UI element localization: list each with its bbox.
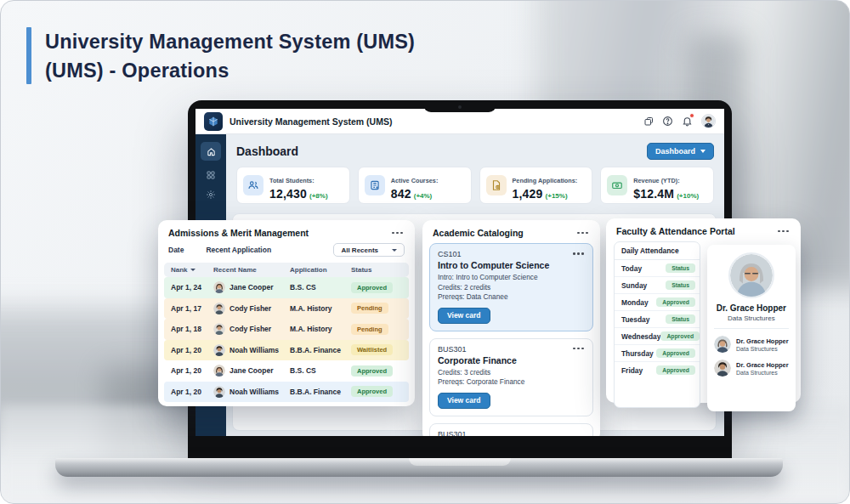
status-badge: Approved bbox=[660, 331, 700, 341]
status-badge: Pending bbox=[351, 324, 388, 335]
sidebar-item-apps[interactable] bbox=[206, 170, 216, 180]
view-card-button[interactable]: View card bbox=[438, 393, 490, 409]
table-row[interactable]: Apr 1, 20 Jane Cooper B.S. CS Approved bbox=[164, 360, 409, 382]
gear-icon bbox=[206, 190, 216, 200]
table-row[interactable]: Apr 1, 20 Noah Williams B.B.A. Finance A… bbox=[164, 382, 409, 403]
applications-table: Nank Recent Name Application Status Apr … bbox=[164, 263, 409, 402]
sidebar-item-settings[interactable] bbox=[206, 190, 216, 200]
app-logo[interactable] bbox=[204, 112, 223, 131]
recents-dropdown-value: All Recents bbox=[341, 246, 378, 254]
column-header-rank[interactable]: Nank bbox=[171, 266, 213, 274]
view-card-button[interactable]: View card bbox=[438, 308, 490, 324]
table-row[interactable]: Apr 1, 24 Jane Cooper B.S. CS Approved bbox=[164, 277, 409, 298]
stat-label: Total Students: bbox=[269, 177, 314, 184]
dashboard-dropdown-button[interactable]: Dashboard bbox=[647, 143, 714, 160]
avatar bbox=[213, 323, 225, 335]
cell-application: M.A. History bbox=[290, 325, 351, 333]
home-icon bbox=[207, 147, 216, 156]
status-badge: Approved bbox=[351, 365, 393, 377]
user-avatar[interactable] bbox=[701, 114, 716, 128]
day-label: Sunday bbox=[621, 281, 647, 290]
avatar bbox=[213, 365, 225, 377]
filter-label-recent-application: Recent Application bbox=[206, 246, 271, 254]
day-label: Tuesday bbox=[621, 315, 649, 324]
table-row[interactable]: Apr 1, 17 Cody Fisher M.A. History Pendi… bbox=[164, 298, 409, 320]
table-row[interactable]: Apr 1, 20 Noah Williams B.B.A. Finance W… bbox=[164, 340, 409, 361]
page-title-line1: University Management System (UMS) bbox=[45, 27, 415, 56]
admissions-panel: Admissions & Merit Management Date Recen… bbox=[158, 220, 415, 406]
column-header-application: Application bbox=[290, 266, 351, 274]
daily-attendance-box: Daily Attendance Today Status Sunday Sta… bbox=[614, 241, 700, 408]
attendance-row[interactable]: Wednesday Approved bbox=[615, 328, 700, 345]
cell-application: B.B.A. Finance bbox=[290, 388, 351, 396]
avatar bbox=[714, 360, 731, 377]
logo-cube-icon bbox=[207, 116, 219, 127]
help-icon[interactable] bbox=[662, 116, 673, 127]
stat-value: $12.4M bbox=[633, 187, 674, 201]
camera-notch bbox=[423, 100, 496, 112]
attendance-row[interactable]: Thursday Approved bbox=[615, 345, 700, 362]
document-clock-icon bbox=[486, 175, 507, 195]
page-title: University Management System (UMS) (UMS)… bbox=[45, 27, 415, 85]
attendance-header: Daily Attendance bbox=[615, 242, 700, 260]
course-card[interactable]: BUS301 Corporate Finance Credits: 3 cred… bbox=[429, 338, 593, 416]
avatar bbox=[714, 336, 731, 353]
more-options-button[interactable] bbox=[575, 230, 590, 236]
cell-name: Cody Fisher bbox=[230, 325, 271, 333]
stat-value: 12,430 bbox=[269, 187, 307, 201]
faculty-body: Daily Attendance Today Status Sunday Sta… bbox=[606, 241, 801, 416]
attendance-row[interactable]: Today Status bbox=[615, 260, 700, 277]
stat-card-active-courses[interactable]: Active Courses: 842 (+4%) bbox=[358, 167, 472, 204]
dashboard-title: Dashboard bbox=[236, 144, 298, 158]
stat-delta: (+15%) bbox=[546, 192, 568, 200]
stat-card-pending-applications[interactable]: Pending Applications: 1,429 (+15%) bbox=[479, 167, 593, 204]
stat-delta: (+8%) bbox=[309, 192, 328, 200]
cell-date: Apr 1, 20 bbox=[171, 366, 213, 375]
faculty-profile-card[interactable]: Dr. Grace Hopper Data Structures Dr. Gra… bbox=[707, 245, 796, 411]
stat-card-revenue[interactable]: Revenue (YTD): $12.4M (+10%) bbox=[600, 167, 714, 204]
laptop-lid-notch bbox=[409, 458, 511, 466]
catalog-panel: Academic Cataloging CS101 Intro to Compu… bbox=[422, 220, 600, 442]
column-header-name: Recent Name bbox=[213, 266, 290, 274]
faculty-name: Dr. Grace Hopper bbox=[736, 361, 789, 369]
avatar bbox=[213, 344, 225, 356]
table-row[interactable]: Apr 1, 18 Cody Fisher M.A. History Pendi… bbox=[164, 319, 409, 340]
divider bbox=[714, 328, 789, 329]
more-options-button[interactable] bbox=[571, 346, 586, 352]
faculty-panel: Faculty & Attendance Portal Daily Attend… bbox=[606, 218, 801, 403]
more-options-button[interactable] bbox=[776, 229, 790, 235]
more-options-button[interactable] bbox=[390, 230, 405, 236]
course-detail: Prereqs: Data Cnanee bbox=[438, 292, 585, 303]
camera-dot bbox=[458, 105, 462, 109]
app-title: University Management System (UMS) bbox=[230, 116, 392, 127]
cell-name: Jane Cooper bbox=[230, 366, 274, 375]
marketing-screenshot: University Management System (UMS) (UMS)… bbox=[0, 0, 850, 504]
list-item[interactable]: Dr. Grace Hopper Data Structures bbox=[711, 356, 791, 380]
course-detail: Credits: 3 credits bbox=[438, 368, 585, 378]
notifications-bell-icon[interactable] bbox=[682, 116, 693, 127]
status-badge: Pending bbox=[351, 303, 388, 314]
course-name: Corporate Finance bbox=[438, 355, 585, 365]
status-badge: Approved bbox=[656, 348, 695, 358]
stat-label: Active Courses: bbox=[391, 177, 439, 184]
attendance-row[interactable]: Tuesday Status bbox=[615, 311, 700, 328]
stat-card-total-students[interactable]: Total Students: 12,430 (+8%) bbox=[236, 167, 350, 204]
cell-application: B.S. CS bbox=[290, 366, 351, 375]
sidebar-item-home[interactable] bbox=[201, 142, 221, 161]
recents-dropdown[interactable]: All Recents bbox=[333, 243, 405, 257]
attendance-row[interactable]: Friday Approved bbox=[615, 362, 700, 378]
course-card[interactable]: CS101 Intro to Computer Science Intro: I… bbox=[429, 243, 593, 331]
table-header-row: Nank Recent Name Application Status bbox=[164, 263, 409, 277]
column-header-status: Status bbox=[351, 266, 402, 274]
day-label: Monday bbox=[621, 298, 649, 307]
status-badge: Status bbox=[666, 314, 695, 324]
course-detail: Prereqs: Corporate Finance bbox=[438, 377, 585, 388]
list-item[interactable]: Dr. Grace Hopper Data Structures bbox=[711, 332, 791, 356]
cell-date: Apr 1, 20 bbox=[171, 388, 213, 396]
more-options-button[interactable] bbox=[571, 251, 586, 257]
status-badge: Approved bbox=[656, 297, 695, 307]
notification-dot bbox=[689, 113, 694, 118]
attendance-row[interactable]: Monday Approved bbox=[615, 294, 700, 311]
attendance-row[interactable]: Sunday Status bbox=[615, 277, 700, 294]
window-icon[interactable] bbox=[643, 116, 654, 127]
